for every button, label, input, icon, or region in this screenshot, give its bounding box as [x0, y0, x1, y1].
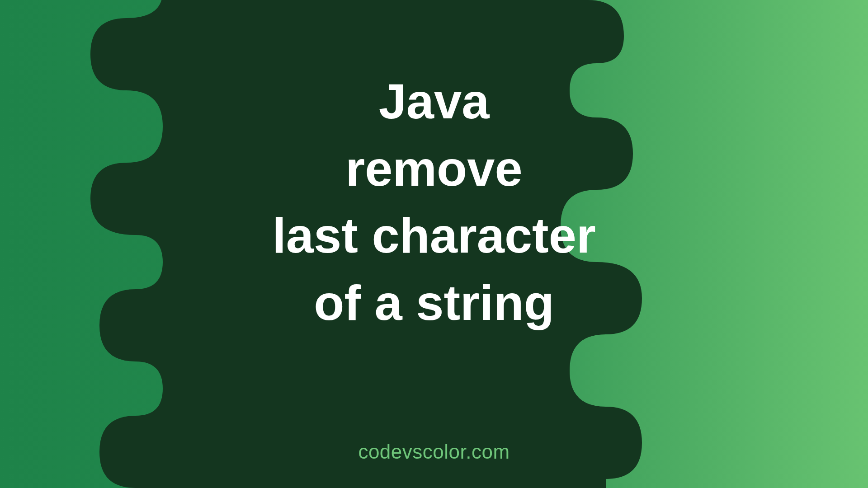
title-line-3: last character — [0, 202, 868, 269]
watermark-text: codevscolor.com — [0, 441, 868, 463]
title-line-4: of a string — [0, 269, 868, 337]
title-line-2: remove — [0, 135, 868, 202]
title-line-1: Java — [0, 68, 868, 135]
hero-title: Java remove last character of a string — [0, 68, 868, 336]
hero-banner: Java remove last character of a string c… — [0, 0, 868, 488]
